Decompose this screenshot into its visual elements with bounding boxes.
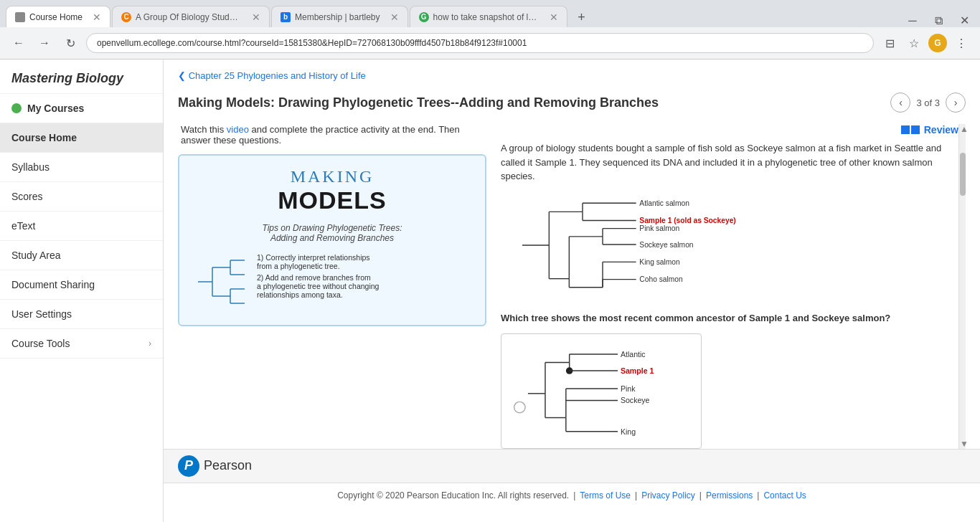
tab-3[interactable]: b Membership | bartleby ✕ — [271, 6, 408, 27]
breadcrumb-link[interactable]: ❮ Chapter 25 Phylogenies and History of … — [178, 70, 366, 81]
sidebar-item-course-tools-label: Course Tools — [11, 338, 70, 349]
breadcrumb-chevron-icon: ❮ — [178, 70, 189, 81]
content-area: Mastering Biology My Courses Course Home… — [0, 60, 980, 522]
left-column: Watch this video and complete the practi… — [178, 124, 486, 449]
question1-text: A group of biology students bought a sam… — [501, 141, 958, 184]
sidebar-spacer — [0, 359, 163, 522]
footer-privacy-link[interactable]: Privacy Policy — [641, 490, 695, 500]
tab-2-favicon: C — [121, 12, 131, 22]
footer-sep2: | — [635, 490, 637, 500]
answer-tree-pink: Pink — [621, 384, 636, 393]
window-controls: ─ ⧉ ✕ — [903, 14, 974, 27]
address-input[interactable] — [86, 33, 874, 53]
review-label: Review — [924, 124, 958, 136]
profile-avatar[interactable]: G — [928, 34, 947, 52]
answer-tree-atlantic: Atlantic — [621, 349, 646, 358]
right-column-wrapper: Review A group of biology students bough… — [486, 124, 966, 449]
tab-3-title: Membership | bartleby — [295, 12, 380, 22]
sidebar-item-course-home[interactable]: Course Home — [0, 123, 163, 153]
sidebar-item-user-settings-label: User Settings — [11, 308, 72, 320]
sidebar-item-document-sharing[interactable]: Document Sharing — [0, 270, 163, 300]
tab-1[interactable]: Course Home ✕ — [6, 6, 110, 27]
sidebar-item-course-home-label: Course Home — [11, 132, 77, 143]
tab-2[interactable]: C A Group Of Biology Students Bo... ✕ — [112, 6, 270, 27]
sidebar-item-user-settings[interactable]: User Settings — [0, 300, 163, 329]
maximize-button[interactable]: ⧉ — [928, 14, 948, 27]
breadcrumb: ❮ Chapter 25 Phylogenies and History of … — [164, 60, 980, 87]
video-tree-diagram — [191, 253, 248, 310]
footer-sep3: | — [699, 490, 702, 500]
menu-icon[interactable]: ⋮ — [951, 37, 971, 50]
main-content: ❮ Chapter 25 Phylogenies and History of … — [164, 60, 980, 522]
tab-4[interactable]: G how to take snapshot of laptop s... ✕ — [410, 6, 567, 27]
tree1-species4: Sockeye salmon — [639, 240, 694, 248]
minimize-button[interactable]: ─ — [903, 14, 923, 27]
tree1-species5: King salmon — [639, 258, 680, 266]
sidebar-item-scores-label: Scores — [11, 191, 43, 202]
forward-button[interactable]: → — [34, 37, 55, 49]
tab-1-close[interactable]: ✕ — [87, 11, 101, 23]
video-card-title: MAKING MODELS — [278, 167, 386, 214]
sidebar-item-syllabus[interactable]: Syllabus — [0, 153, 163, 182]
sidebar-item-syllabus-label: Syllabus — [11, 161, 50, 173]
tab-1-favicon — [15, 12, 25, 22]
sidebar-item-my-courses[interactable]: My Courses — [0, 94, 163, 123]
page-header: Making Models: Drawing Phylogenetic Tree… — [164, 87, 980, 124]
tab-bar: Course Home ✕ C A Group Of Biology Stude… — [0, 0, 980, 27]
course-tools-arrow-icon: › — [149, 338, 151, 348]
new-tab-button[interactable]: + — [572, 7, 592, 27]
footer-sep4: | — [757, 490, 759, 500]
footer-sep1: | — [573, 490, 575, 500]
tab-1-title: Course Home — [29, 12, 83, 22]
tab-2-title: A Group Of Biology Students Bo... — [136, 12, 242, 22]
sidebar-item-etext-label: eText — [11, 220, 35, 232]
footer-terms-link[interactable]: Terms of Use — [580, 490, 631, 500]
answer-svg: Atlantic Sample 1 Pink — [507, 340, 694, 440]
sidebar-item-etext[interactable]: eText — [0, 212, 163, 241]
answer-tree-sample1: Sample 1 — [621, 366, 654, 375]
footer-permissions-link[interactable]: Permissions — [706, 490, 753, 500]
pearson-p-icon: P — [178, 455, 199, 477]
toolbar-icons: ⊟ ☆ G ⋮ — [880, 34, 971, 52]
sidebar: Mastering Biology My Courses Course Home… — [0, 60, 164, 522]
footer: Copyright © 2020 Pearson Education Inc. … — [164, 483, 980, 508]
video-subtitle: Tips on Drawing Phylogenetic Trees: — [262, 223, 402, 233]
video-tip1: 1) Correctly interpret relationshipsfrom… — [257, 253, 473, 270]
cast-icon[interactable]: ⊟ — [880, 37, 900, 50]
pearson-logo: P Pearson — [178, 455, 252, 477]
tab-3-favicon: b — [281, 12, 291, 22]
tab-2-close[interactable]: ✕ — [246, 11, 260, 23]
radio-button-unselected — [514, 402, 525, 412]
video-card: MAKING MODELS Tips on Drawing Phylogenet… — [178, 154, 486, 326]
question2-text: Which tree shows the most recent common … — [501, 312, 958, 325]
sidebar-item-course-tools[interactable]: Course Tools › — [0, 329, 163, 359]
sidebar-title: Mastering Biology — [0, 60, 163, 94]
back-button[interactable]: ← — [9, 37, 29, 49]
bookmark-icon[interactable]: ☆ — [904, 37, 924, 50]
pagination: ‹ 3 of 3 › — [890, 92, 966, 113]
next-page-button[interactable]: › — [946, 92, 966, 113]
scrollbar-thumb[interactable] — [960, 153, 966, 196]
pearson-name: Pearson — [204, 458, 252, 473]
page-title: Making Models: Drawing Phylogenetic Tree… — [178, 95, 890, 110]
answer-tree-king: King — [621, 427, 636, 435]
reload-button[interactable]: ↻ — [60, 37, 80, 50]
close-window-button[interactable]: ✕ — [954, 14, 974, 27]
review-badge[interactable]: Review — [501, 124, 958, 136]
prev-page-button[interactable]: ‹ — [890, 92, 910, 113]
tree1-species3: Pink salmon — [639, 224, 679, 232]
scrollbar-track[interactable]: ▲ ▼ — [958, 124, 966, 449]
page-wrapper: Mastering Biology My Courses Course Home… — [0, 60, 980, 522]
tab-4-title: how to take snapshot of laptop s... — [433, 12, 540, 22]
phylo-tree-1: Atlantic salmon Sample 1 (sold as Sockey… — [501, 195, 958, 298]
tree1-species1: Atlantic salmon — [639, 199, 689, 207]
sidebar-item-study-area[interactable]: Study Area — [0, 241, 163, 270]
tree1-species6: Coho salmon — [639, 275, 683, 283]
sidebar-item-scores[interactable]: Scores — [0, 182, 163, 212]
video-link[interactable]: video — [227, 124, 249, 135]
answer-tree-sockeye: Sockeye — [621, 396, 650, 404]
footer-contact-link[interactable]: Contact Us — [763, 490, 806, 500]
tab-3-close[interactable]: ✕ — [385, 11, 399, 23]
video-tip2: 2) Add and remove branches froma phyloge… — [257, 273, 473, 299]
tab-4-close[interactable]: ✕ — [544, 11, 558, 23]
